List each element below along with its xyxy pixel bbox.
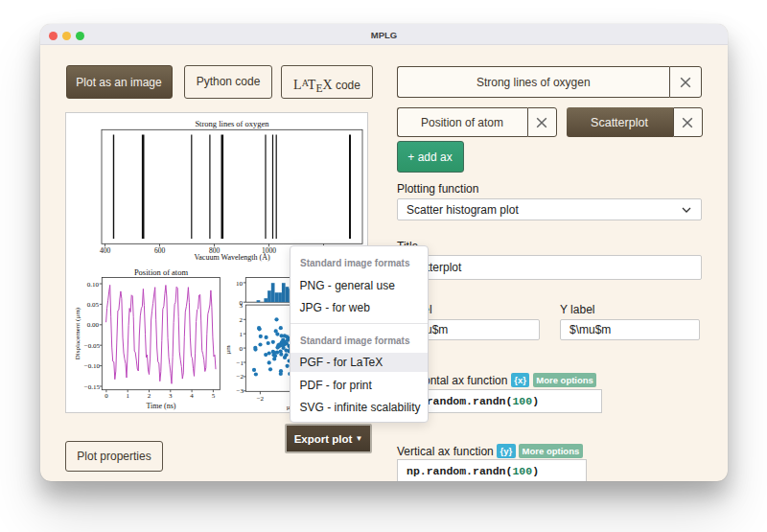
svg-text:−1: −1 xyxy=(237,359,244,367)
svg-text:−0.15: −0.15 xyxy=(84,383,101,391)
svg-text:−2: −2 xyxy=(237,373,244,381)
svg-text:Time (ns): Time (ns) xyxy=(146,402,175,410)
svg-text:Strong lines of oxygen: Strong lines of oxygen xyxy=(195,119,269,128)
svg-text:1: 1 xyxy=(240,331,244,338)
svg-text:0: 0 xyxy=(240,345,244,353)
svg-text:1: 1 xyxy=(126,392,129,400)
svg-text:Position of atom: Position of atom xyxy=(134,267,189,277)
svg-text:2: 2 xyxy=(240,316,244,324)
svg-text:600: 600 xyxy=(154,246,166,255)
svg-text:−3: −3 xyxy=(237,387,244,395)
svg-text:0.00: 0.00 xyxy=(87,321,100,329)
svg-text:−2: −2 xyxy=(257,395,265,403)
svg-text:Vacuum Wavelength (Å): Vacuum Wavelength (Å) xyxy=(194,253,270,262)
svg-text:0.10: 0.10 xyxy=(87,281,100,289)
svg-text:0: 0 xyxy=(105,392,108,400)
svg-text:−0.10: −0.10 xyxy=(84,362,101,370)
svg-text:−0.05: −0.05 xyxy=(84,342,101,350)
svg-text:10: 10 xyxy=(236,280,244,288)
svg-text:400: 400 xyxy=(100,246,111,255)
svg-text:µm: µm xyxy=(224,345,232,355)
svg-text:2: 2 xyxy=(148,392,151,400)
svg-text:3: 3 xyxy=(240,302,244,310)
svg-text:5: 5 xyxy=(212,392,216,400)
svg-text:4: 4 xyxy=(190,392,194,400)
svg-text:3: 3 xyxy=(169,392,173,400)
svg-text:0.05: 0.05 xyxy=(87,301,100,309)
svg-text:Displacement (µm): Displacement (µm) xyxy=(74,307,81,359)
